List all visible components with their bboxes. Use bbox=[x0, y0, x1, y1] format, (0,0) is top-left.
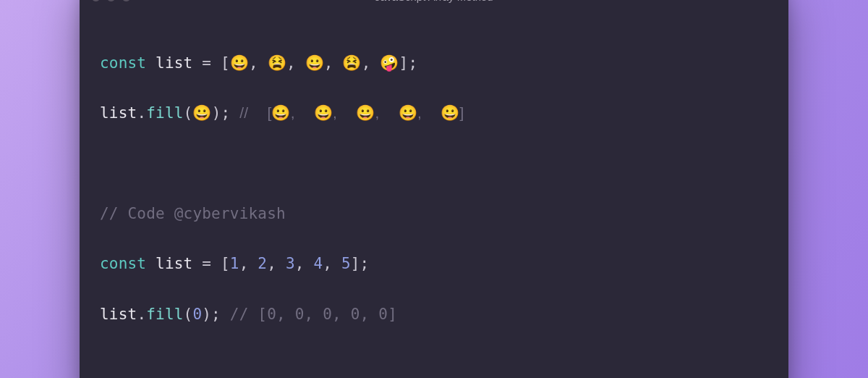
code-block: const list = [😀, 😫, 😀, 😫, 🤪]; list.fill(… bbox=[80, 13, 788, 378]
punct: ]; bbox=[351, 255, 370, 272]
identifier: list bbox=[156, 255, 192, 272]
punct: = [ bbox=[192, 255, 229, 272]
number-literal: 1 bbox=[230, 255, 239, 272]
number-literal: 3 bbox=[286, 255, 295, 272]
punct: . bbox=[137, 306, 146, 323]
keyword-const: const bbox=[100, 255, 156, 272]
emoji-literal: 🤪 bbox=[380, 54, 399, 72]
code-line: // Code @cybervikash bbox=[100, 201, 768, 227]
maximize-icon[interactable] bbox=[122, 0, 131, 1]
emoji-literal: 😫 bbox=[268, 54, 286, 72]
punct: , bbox=[324, 54, 343, 72]
method-call: fill bbox=[146, 104, 183, 122]
number-literal: 4 bbox=[313, 255, 323, 272]
minimize-icon[interactable] bbox=[106, 0, 116, 1]
punct: = [ bbox=[192, 54, 229, 72]
code-line: const list = [1, 2, 3, 4, 5]; bbox=[100, 251, 768, 277]
emoji-literal: 😫 bbox=[342, 54, 361, 72]
identifier: list bbox=[100, 306, 137, 323]
keyword-const: const bbox=[100, 54, 156, 72]
number-literal: 5 bbox=[341, 255, 351, 272]
comment: // [0, 0, 0, 0, 0] bbox=[230, 306, 397, 323]
punct: , bbox=[362, 54, 380, 72]
punct: , bbox=[286, 54, 305, 72]
punct: . bbox=[137, 104, 146, 122]
emoji-literal: 😀 bbox=[230, 54, 249, 72]
punct: , bbox=[249, 54, 268, 72]
window-titlebar: JavaScript Array Method bbox=[80, 0, 788, 13]
punct: ); bbox=[202, 306, 230, 323]
punct: ); bbox=[212, 104, 240, 122]
comment: // Code @cybervikash bbox=[100, 205, 286, 222]
punct: ( bbox=[184, 306, 193, 323]
close-icon[interactable] bbox=[91, 0, 101, 1]
code-line: const list = [😀, 😫, 😀, 😫, 🤪]; bbox=[100, 51, 768, 76]
code-line: list.fill(0); // [0, 0, 0, 0, 0] bbox=[100, 302, 768, 327]
code-line-blank bbox=[100, 151, 768, 177]
emoji-literal: 😀 bbox=[305, 54, 324, 72]
number-literal: 2 bbox=[258, 255, 267, 272]
punct: , bbox=[295, 255, 314, 272]
comment: // [😀, 😀, 😀, 😀, 😀] bbox=[239, 104, 464, 122]
emoji-literal: 😀 bbox=[192, 104, 211, 122]
number-literal: 0 bbox=[192, 306, 202, 323]
code-line: list.fill(😀); // [😀, 😀, 😀, 😀, 😀] bbox=[100, 101, 768, 126]
punct: ( bbox=[184, 104, 193, 122]
identifier: list bbox=[100, 104, 137, 122]
code-window: JavaScript Array Method const list = [😀,… bbox=[80, 0, 788, 378]
identifier: list bbox=[156, 54, 192, 72]
punct: , bbox=[239, 255, 258, 272]
punct: , bbox=[267, 255, 286, 272]
window-controls bbox=[91, 0, 131, 1]
method-call: fill bbox=[146, 306, 183, 323]
punct: , bbox=[323, 255, 341, 272]
window-title: JavaScript Array Method bbox=[80, 0, 788, 3]
punct: ]; bbox=[399, 54, 418, 72]
